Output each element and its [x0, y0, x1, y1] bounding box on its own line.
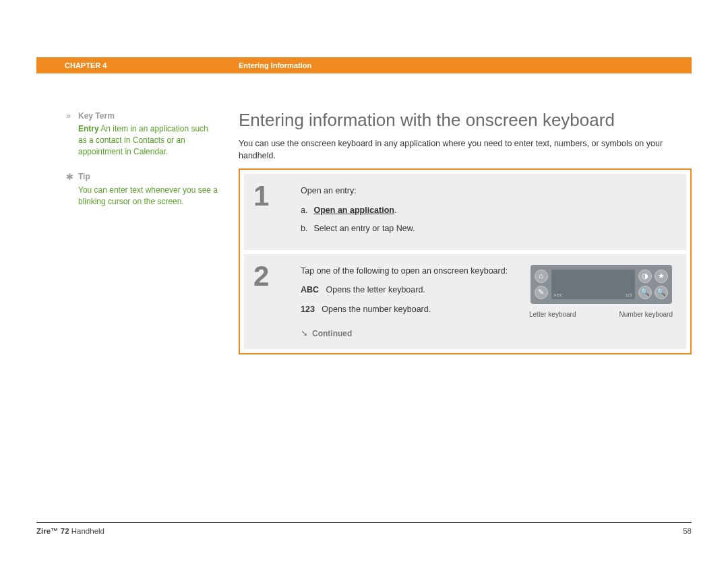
abc-desc: Opens the letter keyboard. [326, 285, 425, 294]
step-1b: b. Select an entry or tap New. [301, 222, 677, 235]
steps-container: 1 Open an entry: a. Open an application.… [239, 168, 692, 354]
page-footer: Zire™ 72 Handheld 58 [36, 522, 692, 535]
screen-123: 123 [625, 292, 632, 299]
step-2-number: 2 [253, 262, 301, 340]
tip-block: ✱ Tip You can enter text whenever you se… [66, 171, 218, 208]
product-rest: Handheld [69, 527, 104, 535]
abc-label: ABC [301, 285, 319, 294]
keyterm-label: Key Term [78, 111, 115, 122]
search-icon: 🔍 [638, 286, 652, 299]
main-content: Entering information with the onscreen k… [239, 110, 692, 354]
step-1a-period: . [394, 206, 396, 215]
tip-icon: ✱ [66, 171, 78, 183]
keyterm-icon: » [66, 110, 78, 122]
star-icon: ★ [655, 270, 668, 283]
continued-icon: ➘ [301, 327, 308, 340]
letter-kbd-caption: Letter keyboard [529, 309, 576, 319]
step-2-123: 123 Opens the number keyboard. [301, 303, 518, 316]
step-2-abc: ABC Opens the letter keyboard. [301, 284, 518, 296]
keyterm-term: Entry [78, 124, 99, 133]
page-number: 58 [683, 527, 692, 535]
section-title: Entering Information [239, 61, 311, 69]
sidebar: » Key Term Entry An item in an applicati… [36, 110, 239, 354]
home-icon: ⌂ [535, 270, 548, 283]
chapter-label: CHAPTER 4 [65, 61, 239, 69]
step-1b-text: Select an entry or tap New. [313, 224, 415, 233]
step-1b-label: b. [301, 222, 311, 235]
product-bold: Zire™ 72 [36, 527, 69, 535]
tip-label: Tip [78, 171, 90, 183]
step-1a: a. Open an application. [301, 204, 677, 217]
device-screen: ABC 123 [551, 270, 635, 299]
product-name: Zire™ 72 Handheld [36, 527, 104, 535]
lead-paragraph: You can use the onscreen keyboard in any… [239, 137, 692, 162]
screen-abc: ABC [554, 292, 564, 299]
magnify-icon: 🔍 [655, 286, 668, 299]
step-1-number: 1 [253, 182, 301, 240]
step-2-intro: Tap one of the following to open an onsc… [301, 265, 518, 278]
clock-icon: ◑ [638, 270, 652, 283]
keyterm-block: » Key Term Entry An item in an applicati… [66, 110, 218, 158]
step-1: 1 Open an entry: a. Open an application.… [244, 174, 686, 249]
continued-label: Continued [312, 327, 352, 340]
n123-label: 123 [301, 305, 315, 314]
step-1a-link[interactable]: Open an application [313, 206, 394, 215]
keyterm-body: Entry An item in an application such as … [78, 123, 218, 157]
step-1-intro: Open an entry: [301, 185, 677, 197]
tip-body: You can enter text whenever you see a bl… [78, 185, 218, 208]
step-1a-label: a. [301, 204, 311, 217]
pen-icon: ✎ [535, 286, 548, 299]
n123-desc: Opens the number keyboard. [322, 305, 431, 314]
continued-row: ➘ Continued [301, 327, 677, 340]
page-title: Entering information with the onscreen k… [239, 110, 692, 131]
step-2: 2 Tap one of the following to open an on… [244, 254, 686, 350]
chapter-header: CHAPTER 4 Entering Information [36, 57, 692, 73]
device-illustration: ⌂ ✎ ABC 123 ◑ 🔍 [525, 265, 677, 323]
number-kbd-caption: Number keyboard [619, 309, 673, 319]
